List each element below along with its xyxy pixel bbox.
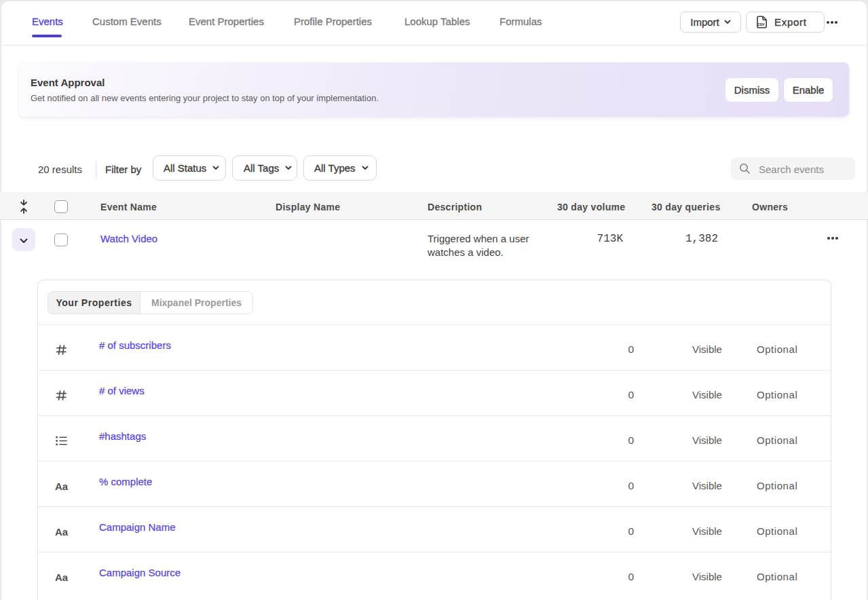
svg-text:csv: csv (757, 22, 765, 27)
